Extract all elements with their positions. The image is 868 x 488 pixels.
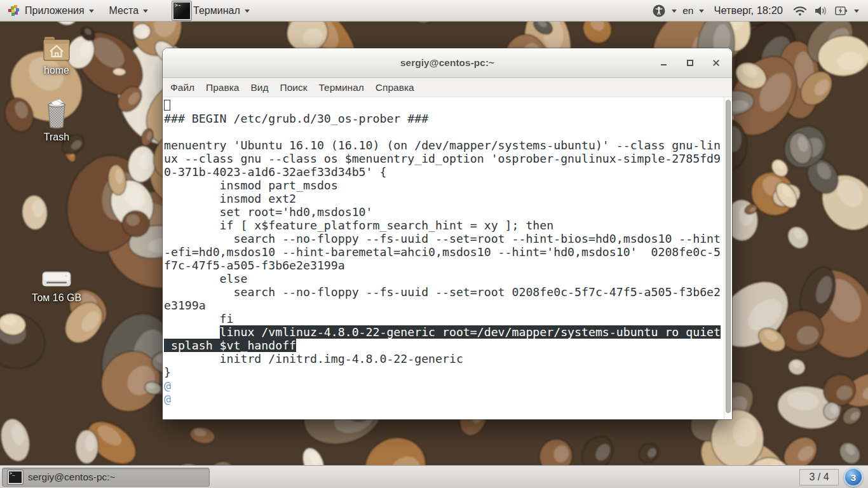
drive-icon [41,269,72,290]
terminal-line: @ [164,379,724,392]
menu-terminal[interactable]: Терминал [313,82,369,93]
applications-menu-label: Приложения [25,5,85,17]
desktop-icon-volume-16gb[interactable]: Том 16 GB [18,269,95,304]
terminal-app-menu-label: Терминал [193,5,240,17]
terminal-line [164,125,724,139]
terminal-line: ### BEGIN /etc/grub.d/30_os-prober ### [164,112,724,125]
terminal-app-menu[interactable]: Терминал [165,0,257,21]
maximize-icon [687,60,693,66]
menu-search[interactable]: Поиск [275,82,313,93]
accessibility-menu[interactable] [652,4,666,18]
terminal-icon [8,470,23,484]
terminal-line: linux /vmlinuz-4.8.0-22-generic root=/de… [164,325,724,339]
dropdown-caret-icon [143,10,148,13]
panel-clock[interactable]: Четверг, 18:20 [710,4,787,17]
terminal-line: initrd /initrd.img-4.8.0-22-generic [164,352,724,365]
selected-text: linux /vmlinuz-4.8.0-22-generic root=/de… [220,325,721,339]
terminal-line: insmod part_msdos [164,179,724,192]
terminal-line: splash $vt_handoff [164,339,724,352]
terminal-screen[interactable]: ### BEGIN /etc/grub.d/30_os-prober ###me… [163,97,732,419]
terminal-line: else [164,272,724,285]
scrollbar-thumb[interactable] [726,100,731,413]
menu-view[interactable]: Вид [245,82,274,93]
title-bar[interactable]: sergiy@centos-pc:~ [163,48,732,78]
notification-badge[interactable]: 3 [844,468,863,487]
taskbar-window-label: sergiy@centos-pc:~ [28,471,116,483]
taskbar-window-button[interactable]: sergiy@centos-pc:~ [2,468,210,487]
menu-edit[interactable]: Правка [200,82,245,93]
places-menu[interactable]: Места [102,0,156,21]
window-title: sergiy@centos-pc:~ [400,57,494,69]
accessibility-icon [652,4,666,18]
terminal-line: 0-371b-4023-a1d6-32aef33d34b5' { [164,165,724,179]
terminal-line: menuentry 'Ubuntu 16.10 (16.10) (on /dev… [164,139,724,152]
terminal-output: ### BEGIN /etc/grub.d/30_os-prober ###me… [163,97,724,419]
terminal-scrollbar[interactable] [724,97,732,419]
close-button[interactable] [712,58,721,67]
workspace-pager[interactable]: 3 / 4 [799,469,839,485]
selected-text: splash $vt_handoff [164,339,296,352]
close-icon [712,58,721,67]
applications-flower-icon [8,4,20,17]
terminal-line [164,98,724,112]
terminal-icon [172,1,191,20]
window-controls [660,48,721,78]
desktop-icon-label: home [44,65,69,76]
keyboard-layout-indicator[interactable]: en [682,5,693,17]
terminal-line: set root='hd0,msdos10' [164,205,724,219]
dropdown-caret-icon [245,10,250,13]
dropdown-caret-icon[interactable] [672,10,677,13]
terminal-line: search --no-floppy --fs-uuid --set=root … [164,232,724,245]
wifi-icon[interactable] [792,4,808,17]
terminal-line: ux --class gnu --class os $menuentry_id_… [164,152,724,165]
terminal-line: fi [164,312,724,325]
desktop-icon-label: Trash [44,132,69,143]
desktop: Приложения Места Терминал [0,0,868,488]
places-menu-label: Места [109,5,139,17]
terminal-line: if [ x$feature_platform_search_hint = xy… [164,219,724,232]
terminal-line: e3199a [164,299,724,312]
desktop-icon-home[interactable]: home [18,36,95,76]
panel-menus: Приложения Места Терминал [0,0,257,21]
dropdown-caret-icon [89,10,94,13]
terminal-line: f7c-47f5-a505-f3b6e2e3199a [164,259,724,272]
battery-charging-icon[interactable] [834,4,848,17]
home-folder-icon [42,36,71,62]
terminal-window: sergiy@centos-pc:~ Файл Правка Вид Поиск… [163,48,732,419]
menu-file[interactable]: Файл [165,82,200,93]
taskbar: sergiy@centos-pc:~ 3 / 4 3 [0,465,868,488]
minimize-icon [661,64,667,65]
desktop-icon-trash[interactable]: Trash [18,98,95,143]
terminal-menu-bar: Файл Правка Вид Поиск Терминал Справка [163,78,732,97]
terminal-line: @ [164,392,724,405]
system-tray: en Четверг, 18:20 [652,0,868,21]
minimize-button[interactable] [660,58,668,67]
volume-icon[interactable] [813,4,829,17]
terminal-line: search --no-floppy --fs-uuid --set=root … [164,285,724,299]
maximize-button[interactable] [686,58,695,67]
dropdown-caret-icon[interactable] [854,10,859,13]
terminal-line: } [164,365,724,379]
desktop-icon-label: Том 16 GB [32,292,81,304]
trash-icon [43,98,71,129]
top-panel: Приложения Места Терминал [0,0,868,22]
terminal-cursor [164,100,170,111]
applications-menu[interactable]: Приложения [0,0,102,21]
dropdown-caret-icon[interactable] [699,10,704,13]
terminal-line: -efi=hd0,msdos10 --hint-baremetal=ahci0,… [164,245,724,259]
menu-help[interactable]: Справка [370,82,420,93]
terminal-line: insmod ext2 [164,192,724,205]
